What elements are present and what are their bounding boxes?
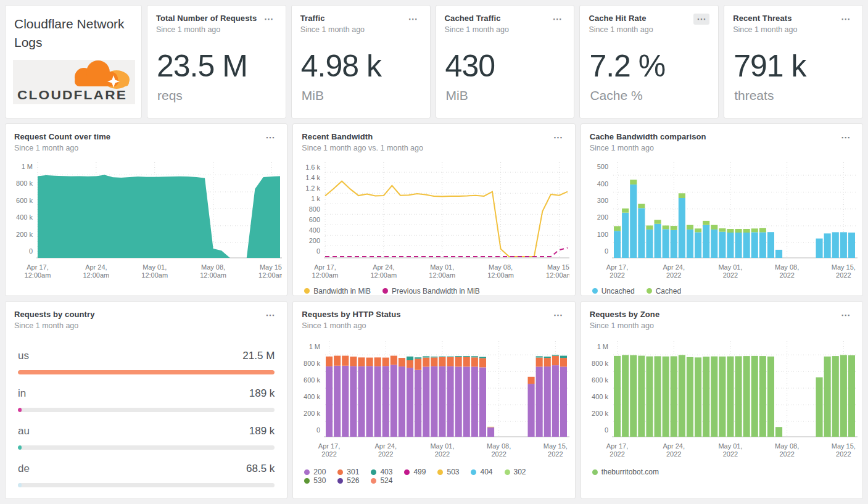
stat-value: 4.98 k [301, 51, 430, 81]
country-bar [18, 408, 22, 412]
panel-menu-icon[interactable] [550, 132, 566, 143]
svg-text:800 k: 800 k [592, 360, 608, 367]
svg-text:200 k: 200 k [592, 410, 608, 417]
legend-item[interactable]: 499 [404, 468, 426, 476]
panel-menu-icon[interactable] [405, 14, 421, 25]
panel-menu-icon[interactable] [838, 132, 854, 143]
panel-title: Requests by country [14, 310, 94, 319]
http-status-chart[interactable]: 0200 k400 k600 k800 k1 MApr 17,2022Apr 2… [298, 334, 569, 485]
recent-bandwidth-panel: Recent Bandwidth Since 1 month ago vs. 1… [292, 123, 575, 296]
svg-text:600: 600 [309, 215, 320, 223]
panel-subtitle: Since 1 month ago [589, 25, 653, 34]
svg-text:Apr 17,12:00am: Apr 17,12:00am [25, 263, 51, 279]
legend-item[interactable]: 526 [337, 476, 359, 485]
panel-subtitle: Since 1 month ago [300, 25, 365, 34]
svg-text:Apr 24,12:00am: Apr 24,12:00am [83, 263, 109, 279]
chart-canvas: 0200 k400 k600 k800 k1 MApr 17,12:00amAp… [10, 156, 282, 279]
legend-item[interactable]: 301 [337, 468, 359, 476]
panel-menu-icon[interactable] [549, 14, 565, 25]
legend-item[interactable]: 302 [505, 468, 526, 476]
stat-unit: reqs [157, 88, 286, 103]
svg-text:0: 0 [605, 247, 608, 255]
svg-text:0: 0 [316, 247, 320, 254]
stat-value: 430 [445, 51, 574, 81]
svg-text:1 M: 1 M [22, 162, 33, 170]
svg-text:May 08,2022: May 08,2022 [775, 442, 799, 458]
svg-text:May 01,2022: May 01,2022 [431, 442, 455, 458]
svg-text:May 15,2022: May 15,2022 [544, 442, 568, 458]
panel-menu-icon[interactable] [693, 14, 709, 25]
stat-unit: MiB [446, 88, 574, 103]
requests-by-country-panel: Requests by country Since 1 month ago us… [5, 301, 287, 499]
svg-text:May 15,2022: May 15,2022 [831, 263, 855, 279]
panel-subtitle: Since 1 month ago [14, 144, 110, 152]
panel-title: Recent Bandwidth [302, 132, 423, 141]
http-status-panel: Requests by HTTP Status Since 1 month ag… [292, 301, 575, 499]
legend-item[interactable]: 524 [371, 476, 392, 485]
legend-item[interactable]: theburritobot.com [592, 468, 659, 476]
panel-menu-icon[interactable] [838, 310, 854, 321]
legend-item[interactable]: Previous Bandwidth in MiB [382, 287, 480, 295]
panel-menu-icon[interactable] [262, 310, 278, 321]
request-count-panel: Request Count over time Since 1 month ag… [5, 123, 287, 296]
country-value: 189 k [249, 387, 275, 400]
legend-item[interactable]: 404 [471, 468, 492, 476]
country-label: de [18, 463, 30, 475]
country-value: 189 k [249, 425, 275, 437]
chart-legend: UncachedCached [592, 287, 858, 295]
svg-text:Apr 17,2022: Apr 17,2022 [318, 442, 340, 458]
svg-text:May 01,2022: May 01,2022 [718, 263, 742, 279]
requests-by-zone-chart[interactable]: 0200 k400 k600 k800 k1 MApr 17,2022Apr 2… [586, 334, 858, 476]
legend-item[interactable]: Bandwidth in MiB [304, 287, 371, 295]
legend-item[interactable]: 530 [304, 476, 326, 485]
country-row: de68.5 k [18, 463, 275, 487]
legend-item[interactable]: 403 [371, 468, 392, 476]
recent-bandwidth-chart[interactable]: 02004006008001 k1.2 k1.4 k1.6 kApr 17,12… [298, 156, 569, 295]
svg-text:1.4 k: 1.4 k [305, 173, 320, 181]
legend-item[interactable]: 200 [304, 468, 326, 476]
svg-text:May 08,2022: May 08,2022 [487, 442, 511, 458]
country-row: au189 k [18, 425, 275, 450]
panel-title: Cached Traffic [445, 14, 509, 23]
country-bar-track [18, 370, 275, 374]
country-bar [18, 445, 22, 450]
legend-item[interactable]: 503 [437, 468, 459, 476]
country-value: 21.5 M [242, 350, 275, 362]
svg-text:100: 100 [597, 230, 608, 238]
svg-text:May 15,2022: May 15,2022 [831, 442, 855, 458]
stat-value: 791 k [734, 51, 862, 81]
svg-text:May 15,12:00am: May 15,12:00am [546, 263, 569, 279]
dashboard: Cloudflare Network Logs CLOUDFLARE To [0, 0, 868, 504]
legend-item[interactable]: Uncached [592, 287, 635, 295]
panel-menu-icon[interactable] [838, 14, 854, 25]
svg-text:0: 0 [29, 247, 33, 255]
svg-text:200: 200 [309, 236, 320, 244]
chart-canvas: 0100200300400500Apr 17,2022Apr 24,2022Ma… [586, 156, 858, 279]
legend-item[interactable]: Cached [647, 287, 681, 295]
request-count-chart[interactable]: 0200 k400 k600 k800 k1 MApr 17,12:00amAp… [10, 156, 282, 279]
stat-unit: MiB [302, 88, 430, 103]
panel-title: Total Number of Requests [156, 14, 257, 23]
svg-text:400 k: 400 k [16, 213, 33, 221]
svg-text:1.2 k: 1.2 k [305, 184, 320, 191]
panel-menu-icon[interactable] [262, 132, 278, 143]
svg-text:Apr 17,2022: Apr 17,2022 [606, 442, 627, 458]
panel-menu-icon[interactable] [261, 14, 277, 25]
country-row: us21.5 M [18, 350, 275, 374]
panel-subtitle: Since 1 month ago [445, 25, 509, 34]
cache-bandwidth-panel: Cache Bandwidth comparison Since 1 month… [581, 123, 863, 296]
svg-text:200: 200 [597, 213, 608, 221]
svg-text:600 k: 600 k [304, 376, 320, 384]
chart-legend: 200301403499503404302530526524 [304, 468, 569, 485]
svg-text:1 M: 1 M [309, 343, 320, 350]
panel-menu-icon[interactable] [550, 310, 566, 321]
panel-title: Requests by HTTP Status [302, 310, 400, 319]
svg-text:May 08,12:00am: May 08,12:00am [488, 263, 515, 279]
svg-text:400 k: 400 k [304, 393, 320, 400]
cache-bandwidth-chart[interactable]: 0100200300400500Apr 17,2022Apr 24,2022Ma… [586, 156, 858, 295]
svg-text:200 k: 200 k [304, 410, 320, 417]
svg-text:1 k: 1 k [312, 194, 321, 202]
panel-title: Traffic [300, 14, 365, 23]
chart-canvas: 0200 k400 k600 k800 k1 MApr 17,2022Apr 2… [586, 334, 858, 460]
svg-text:0: 0 [605, 426, 608, 434]
